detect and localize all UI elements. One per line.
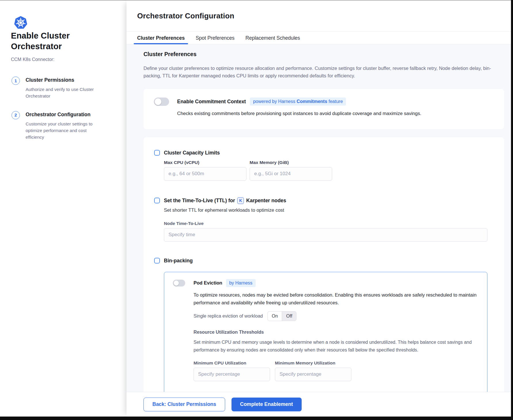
- section-description: Define your cluster preferences to optim…: [143, 64, 503, 80]
- ttl-title-suffix: Karpenter nodes: [246, 198, 286, 204]
- max-cpu-label: Max CPU (vCPU): [164, 160, 246, 165]
- commitment-description: Checks existing commitments before provi…: [177, 111, 494, 116]
- bin-packing-checkbox[interactable]: [154, 258, 160, 264]
- ttl-checkbox[interactable]: [154, 198, 160, 203]
- main-panel: Orchestrator Configuration Cluster Prefe…: [127, 0, 511, 417]
- wizard-steps: 1 Cluster Permissions Authorize and veri…: [12, 77, 106, 140]
- frame-edge-top: [0, 0, 513, 0]
- cluster-capacity-checkbox[interactable]: [154, 150, 160, 156]
- badge-bold: Commitments: [296, 99, 327, 104]
- page-title: Enable Cluster Orchestrator: [11, 30, 83, 52]
- tab-spot-preferences[interactable]: Spot Preferences: [192, 32, 238, 44]
- panel-header: Orchestrator Configuration: [127, 0, 511, 32]
- thresholds-title: Resource Utilization Thresholds: [194, 330, 478, 335]
- max-memory-label: Max Memory (GiB): [250, 160, 332, 165]
- wizard-sidebar: Enable Cluster Orchestrator CCM K8s Conn…: [0, 0, 127, 417]
- max-memory-input[interactable]: [250, 167, 332, 181]
- step-orchestrator-configuration[interactable]: 2 Orchestrator Configuration Customize y…: [12, 112, 106, 141]
- off-segment[interactable]: Off: [282, 312, 296, 321]
- badge-suffix: feature: [327, 99, 343, 104]
- ttl-title-prefix: Set the Time-To-Live (TTL) for: [164, 198, 235, 204]
- node-ttl-label: Node Time-To-Live: [164, 221, 493, 226]
- complete-enablement-button[interactable]: Complete Enablement: [231, 398, 302, 411]
- step-number-badge: 2: [12, 111, 20, 119]
- pod-eviction-toggle[interactable]: [173, 280, 185, 287]
- single-replica-segmented-control: On Off: [267, 311, 296, 321]
- tab-bar: Cluster Preferences Spot Preferences Rep…: [127, 32, 511, 44]
- kubernetes-logo-icon: [13, 16, 28, 30]
- commitment-context-card: Enable Commitment Context powered by Har…: [143, 89, 504, 129]
- step-cluster-permissions[interactable]: 1 Cluster Permissions Authorize and veri…: [12, 77, 106, 100]
- toggle-knob: [155, 98, 161, 105]
- pod-eviction-card: Pod Eviction by Harness To optimize reso…: [164, 272, 487, 392]
- min-memory-input[interactable]: [275, 368, 351, 381]
- powered-by-harness-badge: powered by Harness Commitments feature: [250, 98, 346, 106]
- karpenter-icon: K: [237, 197, 244, 204]
- frame-edge-bottom: [0, 417, 513, 420]
- section-title: Cluster Preferences: [143, 51, 504, 58]
- tab-content: Cluster Preferences Define your cluster …: [127, 45, 511, 392]
- cluster-capacity-limits-row: Cluster Capacity Limits: [154, 150, 493, 156]
- single-replica-label: Single replica eviction of workload: [194, 314, 263, 319]
- step-title: Cluster Permissions: [26, 77, 98, 83]
- cluster-preferences-card: Cluster Capacity Limits Max CPU (vCPU) M…: [143, 137, 504, 392]
- by-harness-badge: by Harness: [226, 279, 256, 287]
- cluster-capacity-label: Cluster Capacity Limits: [164, 150, 220, 156]
- ttl-group: Set the Time-To-Live (TTL) for K Karpent…: [154, 197, 493, 242]
- on-segment[interactable]: On: [268, 312, 282, 321]
- connector-subtitle: CCM K8s Connector:: [11, 57, 54, 62]
- panel-title: Orchestrator Configuration: [137, 12, 234, 20]
- min-cpu-label: Minimum CPU Utilization: [194, 360, 270, 366]
- tab-replacement-schedules[interactable]: Replacement Schedules: [242, 32, 304, 44]
- badge-prefix: powered by Harness: [253, 99, 296, 104]
- node-ttl-input[interactable]: [164, 228, 487, 242]
- step-description: Customize your cluster settings to optim…: [26, 121, 98, 141]
- bin-packing-group: Bin-packing Pod Eviction by Harness T: [154, 258, 493, 392]
- min-memory-label: Minimum Memory Utilization: [275, 360, 351, 366]
- pod-eviction-title: Pod Eviction: [194, 280, 222, 286]
- step-title: Orchestrator Configuration: [26, 112, 98, 118]
- enable-cluster-orchestrator-page: Enable Cluster Orchestrator CCM K8s Conn…: [0, 0, 513, 420]
- step-number-badge: 1: [12, 77, 20, 85]
- wizard-footer: Back: Cluster Permissions Complete Enabl…: [127, 392, 511, 417]
- ttl-label-row: Set the Time-To-Live (TTL) for K Karpent…: [164, 197, 286, 204]
- step-description: Authorize and verify to use Cluster Orch…: [26, 86, 98, 100]
- tab-cluster-preferences[interactable]: Cluster Preferences: [134, 32, 188, 44]
- pod-eviction-description: To optimize resources, nodes may be evic…: [194, 291, 478, 307]
- commitment-toggle[interactable]: [154, 98, 169, 106]
- min-cpu-input[interactable]: [194, 368, 270, 381]
- back-button[interactable]: Back: Cluster Permissions: [143, 398, 225, 411]
- toggle-knob: [174, 280, 179, 286]
- frame-edge-right: [511, 0, 513, 420]
- single-replica-row: Single replica eviction of workload On O…: [194, 311, 478, 321]
- commitment-title: Enable Commitment Context: [177, 99, 246, 105]
- max-cpu-input[interactable]: [164, 167, 246, 181]
- thresholds-description: Set minimum CPU and memory usage levels …: [194, 338, 478, 354]
- bin-packing-label: Bin-packing: [164, 258, 193, 264]
- ttl-subtitle: Set shorter TTL for ephemeral workloads …: [164, 207, 493, 213]
